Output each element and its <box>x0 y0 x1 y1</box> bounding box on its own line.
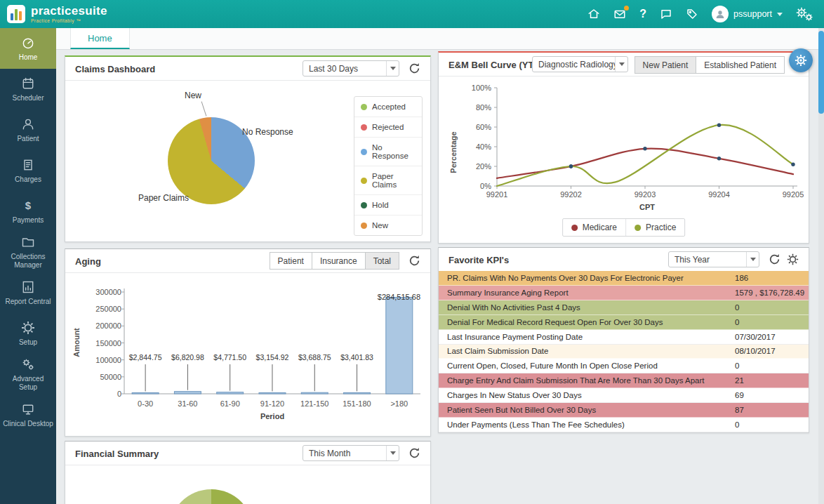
svg-text:$4,771.50: $4,771.50 <box>213 353 246 362</box>
svg-text:61-90: 61-90 <box>220 399 240 408</box>
user-menu[interactable]: pssupport <box>712 6 783 22</box>
gear-icon <box>795 54 807 67</box>
sidebar-item-advanced-setup[interactable]: Advanced Setup <box>0 354 56 394</box>
kpi-row[interactable]: Denial With No Activities Past 4 Days0 <box>439 300 809 315</box>
kpi-row[interactable]: Denial For Medical Record Request Open F… <box>439 315 809 330</box>
financial-summary-panel: Financial Summary This Month <box>65 441 431 504</box>
svg-text:Period: Period <box>260 412 284 420</box>
chevron-down-icon <box>746 252 759 267</box>
patient-button[interactable]: Patient <box>270 252 312 270</box>
mail-badge <box>624 6 629 11</box>
kpi-row[interactable]: Charge Entry And Claim Submission That A… <box>439 373 809 388</box>
kpi-label: Charge Entry And Claim Submission That A… <box>439 376 732 385</box>
sidebar-item-payments[interactable]: $ Payments <box>0 191 56 232</box>
svg-text:0: 0 <box>117 390 121 398</box>
em-patient-type-buttons: New Patient Established Patient <box>634 56 785 74</box>
svg-text:Percentage: Percentage <box>449 131 458 173</box>
sidebar-item-collections-manager[interactable]: Collections Manager <box>0 232 56 272</box>
pie-callout-line <box>201 101 207 116</box>
gears-icon <box>21 357 35 371</box>
svg-text:200000: 200000 <box>95 321 121 330</box>
new-patient-button[interactable]: New Patient <box>634 56 697 74</box>
kpi-row[interactable]: Under Payments (Less Than The Fee Schedu… <box>439 418 809 432</box>
kpi-row[interactable]: Current Open, Closed, Future Month In Op… <box>439 359 809 373</box>
svg-text:$2,844.75: $2,844.75 <box>129 353 162 362</box>
kpi-row[interactable]: Last Claim Submission Date08/10/2017 <box>439 345 809 359</box>
refresh-icon[interactable] <box>769 253 780 265</box>
sidebar-item-patient[interactable]: Patient <box>0 110 56 150</box>
svg-text:99203: 99203 <box>634 190 656 199</box>
svg-text:Amount: Amount <box>72 328 81 357</box>
em-legend-medicare[interactable]: Medicare <box>563 219 625 236</box>
legend-item-new[interactable]: New <box>354 215 422 235</box>
sidebar-item-setup[interactable]: Setup <box>0 313 56 354</box>
svg-text:300000: 300000 <box>95 288 121 296</box>
kpi-label: Under Payments (Less Than The Fee Schedu… <box>439 420 732 429</box>
svg-text:31-60: 31-60 <box>178 399 197 408</box>
em-bell-curve-panel: E&M Bell Curve (YTD) Diagnostic Radiolog… <box>438 51 809 244</box>
kpi-range-dropdown[interactable]: This Year <box>668 251 759 267</box>
home-icon[interactable] <box>587 8 600 20</box>
tab-home[interactable]: Home <box>70 28 130 49</box>
kpi-row[interactable]: Last Insurance Payment Posting Date07/30… <box>439 330 809 345</box>
aging-filter-buttons: Patient Insurance Total <box>270 252 399 270</box>
insurance-button[interactable]: Insurance <box>312 252 366 270</box>
established-patient-button[interactable]: Established Patient <box>696 56 785 74</box>
chat-icon[interactable] <box>660 8 672 20</box>
practicesuite-logo[interactable]: practicesuite Practice Profitably ™ <box>7 5 107 24</box>
kpi-value: 0 <box>732 362 809 370</box>
em-line-chart: 0%20%40%60%80%100%9920199202992039920499… <box>448 82 804 217</box>
kpi-row[interactable]: Summary Insurance Aging Report1579 , $17… <box>439 286 809 300</box>
dashboard-gauge-icon <box>21 36 35 50</box>
financial-range-dropdown[interactable]: This Month <box>303 445 399 461</box>
favorite-kpi-panel: Favorite KPI's This Year PR. Claims With… <box>438 247 809 433</box>
svg-text:99201: 99201 <box>486 190 508 199</box>
tag-icon[interactable] <box>686 8 698 20</box>
kpi-label: Summary Insurance Aging Report <box>439 289 732 297</box>
gear-icon[interactable] <box>787 253 799 265</box>
legend-item-hold[interactable]: Hold <box>354 195 422 215</box>
monitor-icon <box>21 402 35 416</box>
kpi-rows: PR. Claims With No Payments Over 30 Days… <box>439 271 809 432</box>
scrollbar-thumb[interactable] <box>818 31 824 114</box>
sidebar-item-report-central[interactable]: Report Central <box>0 272 56 313</box>
refresh-icon[interactable] <box>408 255 420 267</box>
claims-dashboard-panel: Claims Dashboard Last 30 Days New No Res… <box>65 55 431 242</box>
legend-item-rejected[interactable]: Rejected <box>354 117 422 138</box>
brand-name: practicesuite <box>31 5 107 17</box>
practicesuite-dashboard: practicesuite Practice Profitably ™ ? <box>0 0 824 504</box>
financial-pie-chart[interactable] <box>169 489 253 504</box>
legend-dot <box>361 223 367 229</box>
sidebar-item-scheduler[interactable]: Scheduler <box>0 69 56 110</box>
kpi-row[interactable]: Charges In New Status Over 30 Days69 <box>439 388 809 403</box>
legend-dot <box>361 124 367 131</box>
svg-text:0%: 0% <box>480 182 491 190</box>
sidebar-item-home[interactable]: Home <box>0 28 56 69</box>
specialty-dropdown[interactable]: Diagnostic Radiology <box>532 56 628 72</box>
total-button[interactable]: Total <box>365 252 399 270</box>
kpi-label: Last Insurance Payment Posting Date <box>439 333 732 341</box>
legend-item-no-response[interactable]: No Response <box>354 138 422 166</box>
refresh-icon[interactable] <box>408 62 420 74</box>
claims-range-dropdown[interactable]: Last 30 Days <box>303 60 399 77</box>
brand-tagline: Practice Profitably ™ <box>31 19 107 24</box>
kpi-row[interactable]: PR. Claims With No Payments Over 30 Days… <box>439 271 809 286</box>
sidebar-item-charges[interactable]: Charges <box>0 150 56 191</box>
settings-gears-icon[interactable] <box>796 7 813 21</box>
mail-icon[interactable] <box>613 8 626 20</box>
medicare-legend-dot <box>571 225 578 231</box>
kpi-row[interactable]: Patient Seen But Not Billed Over 30 Days… <box>439 403 809 418</box>
dashboard-settings-button[interactable] <box>789 48 813 72</box>
kpi-value: 1579 , $176,728.49 <box>732 289 809 297</box>
em-legend-practice[interactable]: Practice <box>625 219 684 236</box>
legend-item-accepted[interactable]: Accepted <box>354 97 422 117</box>
sidebar-item-clinical-desktop[interactable]: Clinical Desktop <box>0 394 56 435</box>
help-icon[interactable]: ? <box>639 8 646 20</box>
svg-text:80%: 80% <box>476 103 491 112</box>
legend-item-paper-claims[interactable]: Paper Claims <box>354 166 422 195</box>
refresh-icon[interactable] <box>408 447 420 459</box>
scrollbar-track[interactable] <box>818 28 824 504</box>
svg-text:40%: 40% <box>476 142 491 151</box>
brand-text: practicesuite Practice Profitably ™ <box>31 5 107 24</box>
kpi-label: Patient Seen But Not Billed Over 30 Days <box>439 406 732 414</box>
